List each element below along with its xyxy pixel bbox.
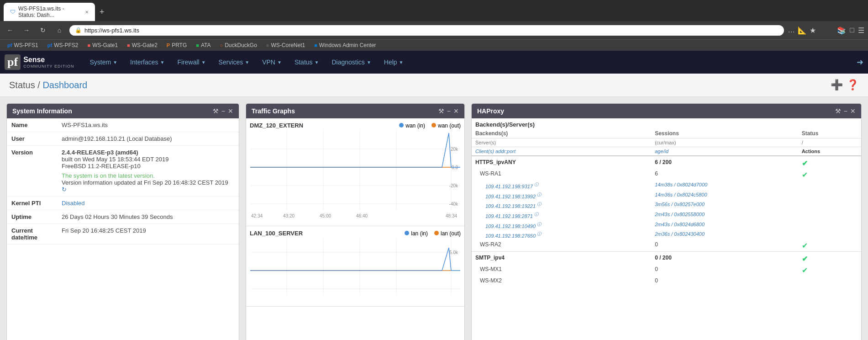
ha-sub-actions: Actions — [798, 147, 861, 156]
bookmark-ws-gate1[interactable]: ■ WS-Gate1 — [84, 41, 121, 49]
haproxy-settings-icon[interactable]: ⚒ — [835, 107, 841, 115]
bookmark-windows-admin[interactable]: ■ Windows Admin Center — [310, 41, 379, 49]
info-icon-4[interactable]: ⓘ — [534, 212, 538, 217]
info-icon-5[interactable]: ⓘ — [537, 222, 541, 227]
info-icon-2[interactable]: ⓘ — [537, 192, 541, 197]
smtp-backend-check-icon: ✔ — [802, 255, 808, 263]
haproxy-title: HAProxy — [477, 107, 504, 115]
user-label: User — [7, 132, 57, 146]
logo-sense-text: Sense — [23, 56, 74, 64]
address-bar[interactable]: 🔒 https://ws-pfs1.ws.its — [69, 25, 784, 36]
bookmark-button[interactable]: ★ — [810, 26, 816, 35]
svg-text:-40k: -40k — [449, 202, 458, 207]
system-info-table: Name WS-PFS1a.ws.its User admin@192.168.… — [7, 118, 239, 244]
svg-text:43:20: 43:20 — [283, 213, 295, 218]
reload-button[interactable]: ↻ — [37, 24, 49, 37]
traffic-graphs-header: Traffic Graphs ⚒ − ✕ — [246, 104, 464, 118]
ha-server-wsmx1-sessions: 0 — [651, 265, 798, 276]
lan-out-legend: lan (out) — [434, 230, 461, 237]
pocket-button[interactable]: 📐 — [798, 26, 807, 35]
nav-help[interactable]: Help ▼ — [378, 51, 410, 74]
traffic-graphs-body: DMZ_120_EXTERN wan (in) wan (out) — [246, 118, 464, 307]
system-info-body: Name WS-PFS1a.ws.its User admin@192.168.… — [7, 118, 239, 244]
bookmark-ws-pfs2[interactable]: pf WS-PFS2 — [44, 41, 82, 49]
info-icon-3[interactable]: ⓘ — [537, 202, 541, 207]
pfsense-navbar: pf Sense COMMUNITY EDITION System ▼ Inte… — [0, 51, 868, 74]
traffic-graphs-minimize-icon[interactable]: − — [447, 107, 451, 115]
system-info-minimize-icon[interactable]: − — [221, 107, 225, 115]
version-bold: 2.4.4-RELEASE-p3 (amd64) — [62, 149, 138, 156]
refresh-icon[interactable]: ↻ — [62, 186, 67, 193]
wsra1-check-icon: ✔ — [802, 171, 808, 179]
info-icon-6[interactable]: ⓘ — [537, 232, 541, 236]
traffic-graphs-close-icon[interactable]: ✕ — [453, 107, 459, 115]
nav-logout-icon[interactable]: ➜ — [857, 57, 863, 67]
tab-close[interactable]: ✕ — [85, 10, 89, 15]
menu-button[interactable]: ☰ — [858, 26, 864, 35]
ha-server-wsra1-name: WS-RA1 — [472, 169, 651, 181]
haproxy-client-2: 109.41.192.198:13992 ⓘ 14m36s / 0x8024c5… — [472, 191, 861, 201]
haproxy-client-6: 109.41.192.198:27650 ⓘ 2m36s / 0x8024304… — [472, 230, 861, 240]
nav-firewall[interactable]: Firewall ▼ — [171, 51, 212, 74]
haproxy-server-wsmx1: WS-MX1 0 ✔ — [472, 265, 861, 276]
extensions-button[interactable]: … — [788, 26, 795, 35]
add-widget-button[interactable]: ➕ — [831, 79, 843, 91]
ha-client-1-ageid: 14m38s / 0x8024d7000 — [651, 181, 798, 191]
dmz-graph-header: DMZ_120_EXTERN wan (in) wan (out) — [250, 122, 461, 129]
haproxy-header: HAProxy ⚒ − ✕ — [472, 104, 861, 118]
info-icon-1[interactable]: ⓘ — [534, 182, 538, 187]
nav-system[interactable]: System ▼ — [83, 51, 124, 74]
bookmark-ata[interactable]: ■ ATA — [192, 41, 214, 49]
nav-vpn[interactable]: VPN ▼ — [256, 51, 288, 74]
forward-button[interactable]: → — [20, 24, 33, 37]
haproxy-client-3: 109.41.192.198:19221 ⓘ 3m56s / 0x80257e0… — [472, 200, 861, 210]
traffic-graphs-settings-icon[interactable]: ⚒ — [438, 107, 444, 115]
url-text: https://ws-pfs1.ws.its — [84, 27, 139, 34]
dmz-graph-legend: wan (in) wan (out) — [399, 122, 461, 129]
haproxy-subheader: Server(s) (cur/max) / — [472, 138, 861, 147]
nav-vpn-arrow: ▼ — [277, 60, 282, 65]
library-button[interactable]: 📚 — [837, 26, 846, 35]
nav-interfaces[interactable]: Interfaces ▼ — [124, 51, 171, 74]
browser-nav: ← → ↻ ⌂ 🔒 https://ws-pfs1.ws.its … 📐 ★ 📚… — [0, 21, 868, 39]
ha-sub-ageid: age/id — [651, 147, 798, 156]
active-tab[interactable]: 🛡 WS-PFS1a.ws.its - Status: Dash... ✕ — [4, 3, 95, 21]
lan-graph-legend: lan (in) lan (out) — [405, 230, 461, 237]
nav-help-label: Help — [384, 58, 397, 66]
bookmark-ws-pfs1[interactable]: pf WS-PFS1 — [4, 41, 42, 49]
ha-backend-https-name: HTTPS_ipvANY — [472, 156, 651, 169]
nav-diagnostics[interactable]: Diagnostics ▼ — [326, 51, 378, 74]
bookmark-favicon-ata: ■ — [196, 42, 199, 48]
bookmark-favicon-prtg: P — [167, 42, 170, 48]
help-button[interactable]: ❓ — [847, 79, 859, 91]
nav-firewall-label: Firewall — [177, 58, 199, 66]
table-row: Name WS-PFS1a.ws.its — [7, 118, 239, 132]
ha-server-wsmx2-sessions: 0 — [651, 276, 798, 285]
logo-pf-text: pf — [5, 54, 21, 70]
home-button[interactable]: ⌂ — [53, 24, 66, 37]
nav-interfaces-arrow: ▼ — [160, 60, 165, 65]
haproxy-backend-https: HTTPS_ipvANY 6 / 200 ✔ — [472, 156, 861, 169]
new-tab-button[interactable]: + — [96, 5, 108, 19]
bookmark-ws-gate2[interactable]: ■ WS-Gate2 — [123, 41, 161, 49]
haproxy-close-icon[interactable]: ✕ — [850, 107, 856, 115]
system-info-close-icon[interactable]: ✕ — [228, 107, 233, 115]
bookmark-label-pfs2: WS-PFS2 — [54, 42, 78, 48]
sync-button[interactable]: □ — [850, 26, 854, 34]
haproxy-minimize-icon[interactable]: − — [844, 107, 847, 115]
wan-out-legend: wan (out) — [431, 122, 461, 129]
back-button[interactable]: ← — [4, 24, 16, 37]
bookmark-label-prtg: PRTG — [172, 42, 187, 48]
ha-client-6-ageid: 2m36s / 0x802430400 — [651, 230, 798, 240]
haproxy-server-wsmx2: WS-MX2 0 — [472, 276, 861, 285]
pfsense-logo[interactable]: pf Sense COMMUNITY EDITION — [5, 54, 74, 70]
bookmark-prtg[interactable]: P PRTG — [163, 41, 190, 49]
nav-status[interactable]: Status ▼ — [288, 51, 326, 74]
user-value: admin@192.168.110.21 (Local Database) — [57, 132, 239, 146]
bookmark-duckduckgo[interactable]: ○ DuckDuckGo — [216, 41, 261, 49]
nav-services[interactable]: Services ▼ — [212, 51, 256, 74]
bookmark-ws-corenet1[interactable]: ■ WS-CoreNet1 — [263, 41, 309, 49]
bookmark-label-corenet: WS-CoreNet1 — [271, 42, 305, 48]
system-info-settings-icon[interactable]: ⚒ — [213, 107, 219, 115]
lock-icon: 🔒 — [75, 27, 82, 33]
